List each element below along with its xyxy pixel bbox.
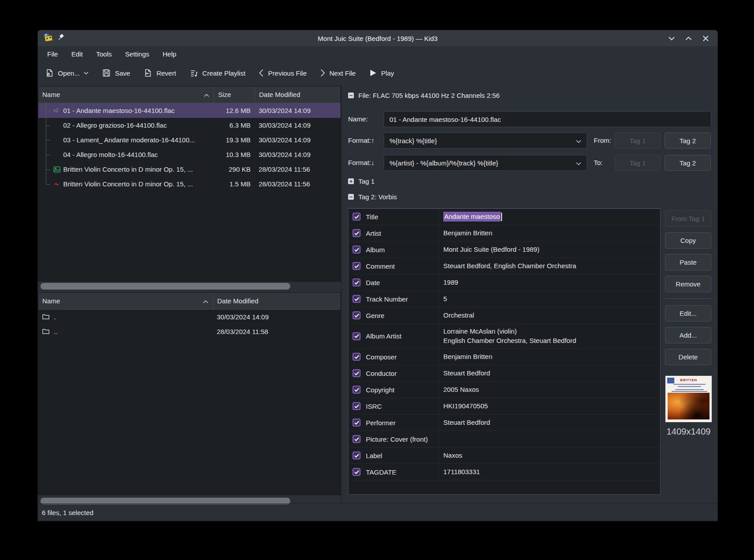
checkbox-checked[interactable] — [353, 435, 361, 443]
checkbox-checked[interactable] — [353, 402, 361, 410]
collapse-icon[interactable]: − — [348, 194, 354, 200]
file-row[interactable]: 03 - Lament_ Andante moderato-16-44100..… — [38, 133, 341, 147]
desktop: Mont Juic Suite (Bedford - 1989) — Kid3 … — [0, 0, 754, 560]
open-button[interactable]: Open... — [45, 68, 89, 77]
tag-row-picture[interactable]: Picture: Cover (front) — [349, 431, 660, 447]
tag-row-conductor[interactable]: Conductor Steuart Bedford — [349, 365, 660, 382]
checkbox-checked[interactable] — [353, 213, 361, 221]
menu-edit[interactable]: Edit — [65, 48, 89, 60]
tag-row-copyright[interactable]: Copyright 2005 Naxos — [349, 382, 660, 398]
previous-file-button[interactable]: Previous File — [259, 69, 307, 77]
tag-row-tagdate[interactable]: TAGDATE 1711803331 — [349, 464, 660, 480]
close-icon[interactable] — [701, 33, 710, 43]
checkbox-checked[interactable] — [353, 369, 361, 377]
menu-file[interactable]: File — [41, 48, 65, 60]
checkbox-checked[interactable] — [353, 311, 361, 319]
directory-row[interactable]: .. 28/03/2024 11:58 — [38, 324, 341, 339]
format-down-combobox[interactable]: %{artist} - %{album}/%{track} %{title} — [384, 155, 587, 171]
file-column-size[interactable]: Size — [214, 86, 255, 103]
directory-row[interactable]: . 30/03/2024 14:09 — [38, 310, 341, 324]
from-tag-1-button[interactable]: From Tag 1 — [665, 210, 711, 227]
format-up-label: Format:↑ — [348, 137, 374, 144]
menu-help[interactable]: Help — [156, 48, 183, 60]
checkbox-checked[interactable] — [353, 386, 361, 394]
save-button[interactable]: Save — [102, 68, 130, 77]
file-row[interactable]: Britten Violin Concerto in D minor Op. 1… — [38, 177, 341, 191]
format-down-label: Format:↓ — [348, 159, 374, 166]
checkbox-checked[interactable] — [353, 332, 361, 340]
add-button[interactable]: Add... — [665, 327, 711, 343]
to-tag2-button[interactable]: Tag 2 — [665, 155, 711, 171]
checkbox-checked[interactable] — [353, 246, 361, 254]
from-tag2-button[interactable]: Tag 2 — [665, 133, 711, 149]
file-section-header: − File: FLAC 705 kbps 44100 Hz 2 Channel… — [348, 92, 500, 99]
tag-row-artist[interactable]: Artist Benjamin Britten — [349, 225, 660, 242]
tag-row-album[interactable]: Album Mont Juic Suite (Bedford - 1989) — [349, 242, 660, 258]
create-playlist-button[interactable]: Create Playlist — [190, 68, 246, 77]
checkbox-checked[interactable] — [353, 278, 361, 286]
dir-column-name[interactable]: Name — [38, 293, 213, 309]
tree-branch — [38, 118, 53, 133]
delete-button[interactable]: Delete — [665, 349, 711, 365]
from-tag1-button[interactable]: Tag 1 — [615, 133, 661, 149]
checkbox-checked[interactable] — [353, 353, 361, 361]
menu-settings[interactable]: Settings — [118, 48, 156, 60]
file-row[interactable]: 02 - Allegro grazioso-16-44100.flac 6.3 … — [38, 118, 341, 133]
minimize-icon[interactable] — [667, 33, 677, 43]
remove-button[interactable]: Remove — [665, 276, 711, 292]
checkbox-checked[interactable] — [353, 229, 361, 237]
paste-button[interactable]: Paste — [665, 254, 711, 270]
edit-button[interactable]: Edit... — [665, 305, 711, 322]
tag-row-genre[interactable]: Genre Orchestral — [349, 307, 660, 324]
file-column-name[interactable]: Name — [38, 86, 214, 103]
tag-row-comment[interactable]: Comment Steuart Bedford, English Chamber… — [349, 258, 660, 274]
play-button[interactable]: Play — [369, 69, 394, 77]
tag-value-editing[interactable]: Andante maestoso — [439, 209, 660, 225]
open-dropdown-icon — [84, 72, 89, 75]
file-list-horizontal-scrollbar[interactable] — [41, 283, 290, 290]
tag-row-album-artist[interactable]: Album Artist Lorraine McAslan (violin) E… — [349, 324, 660, 349]
expand-icon[interactable]: + — [348, 178, 354, 184]
tag-row-title[interactable]: Title Andante maestoso — [349, 209, 660, 225]
tag2-actions: From Tag 1 Copy Paste Remove Edit... Add… — [665, 210, 711, 437]
maximize-icon[interactable] — [684, 33, 693, 43]
titlebar[interactable]: Mont Juic Suite (Bedford - 1989) — Kid3 — [38, 30, 718, 46]
from-label: From: — [594, 137, 611, 144]
tag-row-track-number[interactable]: Track Number 5 — [349, 291, 660, 307]
menubar: File Edit Tools Settings Help — [38, 46, 718, 61]
dir-column-modified[interactable]: Date Modified — [213, 293, 341, 309]
checkbox-checked[interactable] — [353, 262, 361, 270]
revert-icon — [143, 68, 152, 77]
collapse-icon[interactable]: − — [348, 93, 354, 98]
tree-branch — [38, 133, 53, 147]
tag-row-isrc[interactable]: ISRC HKI190470505 — [349, 398, 660, 415]
file-list: Name Size Date Modified v2 01 - Andan — [38, 86, 341, 282]
window-title: Mont Juic Suite (Bedford - 1989) — Kid3 — [38, 35, 718, 42]
checkbox-checked[interactable] — [353, 451, 361, 459]
format-up-combobox[interactable]: %{track} %{title} — [384, 133, 587, 149]
file-row[interactable]: Britten Violin Concerto in D minor Op. 1… — [38, 162, 341, 177]
album-art-thumbnail[interactable]: BRITTEN — [665, 375, 712, 423]
file-column-modified[interactable]: Date Modified — [255, 86, 341, 103]
file-info: File: FLAC 705 kbps 44100 Hz 2 Channels … — [358, 92, 500, 99]
next-file-button[interactable]: Next File — [320, 69, 356, 77]
directory-list-header: Name Date Modified — [38, 293, 341, 310]
tag-row-label[interactable]: Label Naxos — [349, 447, 660, 464]
checkbox-checked[interactable] — [353, 295, 361, 303]
to-tag1-button[interactable]: Tag 1 — [615, 155, 661, 171]
file-row[interactable]: 04 - Allegro molto-16-44100.flac 10.3 MB… — [38, 147, 341, 162]
revert-button[interactable]: Revert — [143, 68, 176, 77]
tag-row-performer[interactable]: Performer Steuart Bedford — [349, 415, 660, 431]
tag-row-date[interactable]: Date 1989 — [349, 274, 660, 291]
copy-button[interactable]: Copy — [665, 232, 711, 249]
file-row[interactable]: v2 01 - Andante maestoso-16-44100.flac 1… — [38, 103, 341, 118]
tag-row-composer[interactable]: Composer Benjamin Britten — [349, 349, 660, 365]
pin-icon[interactable] — [57, 34, 65, 43]
chevron-right-icon — [320, 69, 325, 77]
checkbox-checked[interactable] — [353, 419, 361, 427]
menu-tools[interactable]: Tools — [89, 48, 118, 60]
to-label: To: — [594, 159, 603, 166]
filename-input[interactable]: 01 - Andante maestoso-16-44100.flac — [384, 111, 711, 127]
checkbox-checked[interactable] — [353, 468, 361, 476]
button-separator — [665, 298, 711, 299]
